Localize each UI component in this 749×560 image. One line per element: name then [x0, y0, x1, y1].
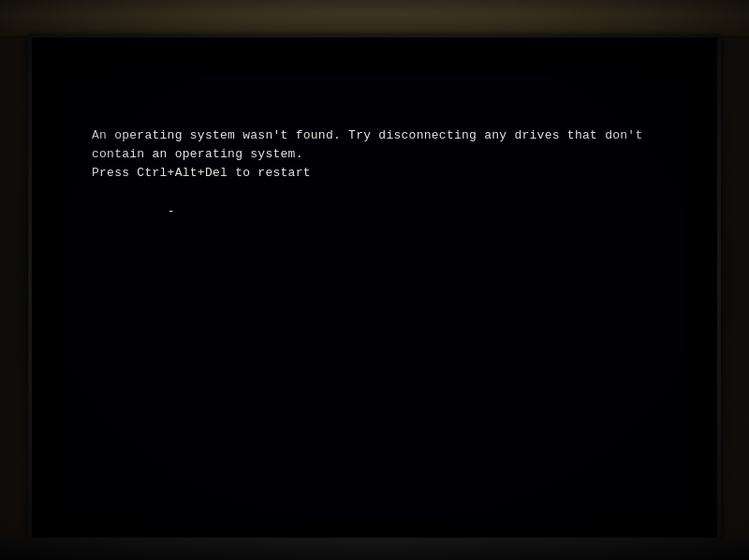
- cursor-char: -: [168, 204, 175, 218]
- bios-screen: An operating system wasn't found. Try di…: [64, 75, 685, 515]
- cursor-line: -: [92, 183, 657, 239]
- error-line-2: contain an operating system.: [92, 145, 657, 164]
- top-decorative-strip: [0, 0, 749, 36]
- screen-bezel: An operating system wasn't found. Try di…: [28, 34, 721, 541]
- outer-frame: An operating system wasn't found. Try di…: [0, 0, 749, 560]
- bottom-decorative-strip: [0, 539, 749, 560]
- error-line-1: An operating system wasn't found. Try di…: [92, 126, 657, 145]
- error-line-3: Press Ctrl+Alt+Del to restart: [92, 164, 657, 183]
- terminal-output: An operating system wasn't found. Try di…: [64, 75, 685, 258]
